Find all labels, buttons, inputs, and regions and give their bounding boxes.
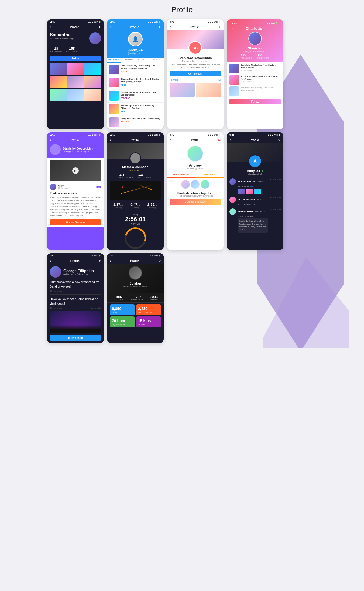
share-icon-1[interactable]: ⬆: [98, 25, 101, 29]
charlotte-followers: 233: [257, 54, 269, 57]
tabs-andy: FOLLOWERS FOLLOWING ARTICLES POSTS: [107, 58, 164, 63]
phone-jordan: 9:41 ▲▲▲WiFi🔋 ‹ Profile ⚙ Jordan Esports…: [107, 253, 164, 343]
back-icon-5[interactable]: ‹: [50, 138, 51, 142]
gear-icon-8[interactable]: ⚙: [278, 138, 281, 142]
profile-tabs: SUBSCRIPTION SETTINGS: [167, 172, 224, 178]
mathew-stats: 231 FOLLOWERS 122 FOLLOWING: [107, 173, 164, 179]
photo-3: [84, 63, 101, 75]
fitness-heart: 70 bpm Avg. Heart Rate: [110, 316, 135, 327]
avatar-andrew: [187, 146, 203, 162]
article-type-4: VIDEO: [121, 110, 162, 112]
tab-articles[interactable]: ARTICLES: [135, 58, 150, 63]
nav-title-3: Profile: [190, 25, 199, 29]
find-sub: Find bars and clubs with your friends: [170, 195, 221, 197]
back-icon-3[interactable]: ‹: [170, 25, 171, 29]
tab-settings[interactable]: SETTINGS: [195, 172, 224, 178]
article-thumb-4: [109, 104, 119, 114]
nav-title-6: Profile: [129, 138, 139, 141]
tab-posts[interactable]: POSTS: [150, 58, 164, 63]
charlotte-thumb-2: [229, 75, 239, 85]
avatar-jordan: [129, 266, 142, 280]
back-icon-6[interactable]: ‹: [110, 138, 111, 142]
tab-subscription[interactable]: SUBSCRIPTION: [167, 172, 195, 178]
phone-samantha: 9:41 ▲▲▲WiFi🔋 ‹ Profile ⬆ Samantha last …: [47, 19, 104, 129]
get-in-touch-button[interactable]: Get in touch!: [170, 71, 221, 76]
back-icon-7[interactable]: ‹: [170, 138, 171, 142]
review-body: A successful marketing plan relies heavi…: [50, 196, 101, 217]
tab-followers[interactable]: FOLLOWERS: [107, 58, 121, 63]
jordan-banner: Jordan Esports Analyst at ESPN: [107, 264, 164, 293]
andy-handle: @andyandy13: [110, 52, 161, 55]
article-5: Party Jokes Startling But Unnecessary AR…: [107, 116, 164, 129]
status-icons-9: ▲▲▲WiFi🔋: [88, 255, 101, 257]
photo-7: [50, 89, 67, 101]
notif-text-1: SERGEY BYKOV LIKED 4 PHOTOS BY YOU: [238, 178, 268, 194]
followers-num: 15K: [66, 46, 79, 50]
photo-5: [67, 76, 84, 88]
cycle-time: 2:56: [147, 202, 154, 207]
phone-andy-dark: 9:41 ▲▲▲WiFi🔋 ‹ Profile ⚙ A Andy, 24 @an…: [227, 132, 283, 250]
follow-george-button[interactable]: Follow George: [50, 335, 101, 341]
time-5: 9:41: [50, 133, 55, 136]
phone4-body: Switch to Photoshop from Sketch: Tips & …: [227, 62, 283, 107]
share-icon-3[interactable]: ⬆: [218, 25, 221, 29]
portfolio-header: Portfolio All: [170, 79, 221, 81]
map-line-2: [137, 184, 152, 190]
bookmark-icon-7[interactable]: 🔖: [217, 138, 221, 142]
gear-icon-10[interactable]: ⚙: [158, 259, 161, 263]
heart-label: Avg. Heart Rate: [112, 323, 133, 325]
banner-sg: SG: [167, 30, 224, 49]
back-icon-4[interactable]: ‹: [232, 26, 233, 31]
andy-dark-name: Andy, 24: [229, 169, 281, 173]
article-thumb-5: [109, 117, 119, 127]
name-block: Samantha last seen 10 minutes ago: [50, 32, 74, 40]
articles-list: How I Create My First Startup And Failed…: [107, 63, 164, 129]
phone-mathew: 9:41 ▲▲▲WiFi🔋 ‹ Profile Mathew Johnson n…: [107, 132, 164, 250]
jordan-role: Esports Analyst at ESPN: [110, 285, 161, 288]
nav-title-5: Profile: [70, 138, 79, 141]
stats-row: 18 FOLLOWING 15K FOLLOWERS: [50, 46, 101, 52]
andy-dark-name-text: Andy, 24: [247, 169, 260, 173]
notif-avatar-2: [229, 197, 236, 203]
charlotte-article-1: Switch to Photoshop from Sketch: Tips & …: [229, 64, 281, 73]
tab-following[interactable]: FOLLOWING: [121, 58, 136, 63]
status-icons-7: ▲▲▲WiFi🔋: [208, 134, 221, 136]
follow-button-1[interactable]: Follow: [50, 56, 101, 61]
time-2: 9:41: [110, 21, 115, 23]
back-icon-9[interactable]: ‹: [50, 259, 51, 263]
phone4-header: 9:41 ▲▲▲WiFi🔋 ‹ Charlotte Stanislav Desi…: [227, 19, 283, 62]
notif-name-3: ARSENY GREY: [238, 210, 253, 213]
charlotte-following: 233: [241, 54, 252, 57]
navbar-1: ‹ Profile ⬆: [47, 24, 104, 30]
contact-stanislav-button-7[interactable]: Contact Stanislav: [170, 199, 221, 205]
play-button[interactable]: ▶: [72, 167, 79, 174]
sg-title: Photographer and designer: [170, 60, 221, 62]
charlotte-following-label: FOLLOWING: [241, 57, 252, 59]
review-badge: 12: [96, 186, 101, 188]
steps-num: 9,850: [112, 306, 133, 311]
photo-2: [67, 63, 84, 75]
share-icon-2[interactable]: ⬆: [158, 25, 161, 29]
fitness-grid: 9,850 Steps 2,430 Calories Burned 70 bpm…: [107, 303, 164, 329]
find-title: Find adventures together: [170, 191, 221, 195]
back-icon-10[interactable]: ‹: [110, 259, 111, 263]
follow-button-charlotte[interactable]: Follow: [229, 99, 281, 104]
portfolio-link[interactable]: All: [218, 79, 221, 81]
back-icon-8[interactable]: ‹: [229, 138, 231, 142]
back-icon-2[interactable]: ‹: [110, 25, 111, 29]
share-icon-9[interactable]: ⬆: [99, 259, 101, 263]
andy-dark-banner: A: [227, 143, 283, 162]
divider-george: [50, 294, 101, 295]
article-2: Biggest Downhill I Ever Seen! Skating wi…: [107, 76, 164, 89]
photo-grid: [50, 63, 101, 101]
status-bar-9: 9:41 ▲▲▲WiFi🔋: [47, 253, 104, 258]
cycle-label: Cycling: [147, 207, 157, 209]
distance-num: 15 kms: [138, 319, 159, 323]
charlotte-art-title-3: Switch to Photoshop from Sketch: Tips & …: [241, 86, 281, 92]
phone-sg: 9:41 ▲▲▲WiFi🔋 ‹ Profile ⬆ SG Stanislav G…: [167, 19, 224, 129]
jordan-followers-label: FOLLOWERS: [131, 299, 144, 301]
back-icon-1[interactable]: ‹: [50, 25, 51, 29]
last-seen: last seen 10 minutes ago: [50, 37, 74, 40]
mathew-banner: [107, 143, 164, 159]
contact-stanislav-button-5[interactable]: Contact Stanislav: [50, 219, 101, 225]
